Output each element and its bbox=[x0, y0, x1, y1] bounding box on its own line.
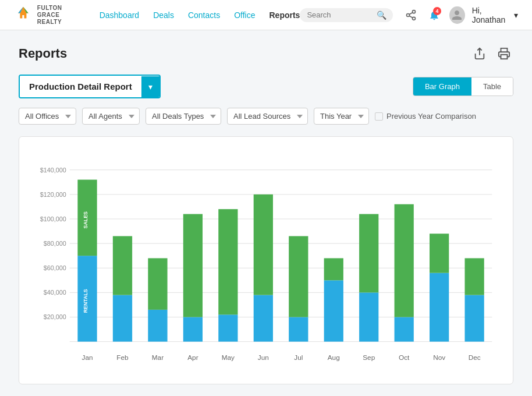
page-header: Reports bbox=[19, 44, 513, 63]
svg-text:Jan: Jan bbox=[82, 353, 93, 361]
share-icon-btn[interactable] bbox=[402, 6, 418, 24]
bar-graph-toggle-button[interactable]: Bar Graph bbox=[413, 77, 471, 96]
report-toolbar: Production Detail Report ▾ Bar Graph Tab… bbox=[19, 75, 513, 98]
svg-rect-40 bbox=[254, 195, 273, 295]
notification-badge: 4 bbox=[433, 7, 441, 15]
svg-text:Oct: Oct bbox=[399, 353, 410, 361]
svg-text:$20,000: $20,000 bbox=[44, 313, 66, 320]
svg-text:RENTALS: RENTALS bbox=[83, 289, 88, 313]
svg-text:Jun: Jun bbox=[258, 353, 269, 361]
nav-office[interactable]: Office bbox=[234, 10, 255, 20]
share-report-icon bbox=[473, 47, 486, 60]
svg-text:Apr: Apr bbox=[187, 353, 198, 361]
nav-contacts[interactable]: Contacts bbox=[188, 10, 220, 20]
report-select-arrow-icon: ▾ bbox=[141, 76, 159, 97]
svg-rect-4 bbox=[24, 13, 27, 18]
share-report-button[interactable] bbox=[470, 44, 489, 63]
nav-reports[interactable]: Reports bbox=[269, 10, 300, 20]
deal-types-filter[interactable]: All Deals Types bbox=[146, 108, 221, 125]
chevron-down-icon: ▾ bbox=[514, 10, 518, 20]
svg-text:Nov: Nov bbox=[433, 353, 445, 361]
user-icon bbox=[451, 9, 463, 21]
search-box[interactable]: 🔍 bbox=[300, 8, 393, 22]
user-greeting[interactable]: Hi, Jonathan ▾ bbox=[472, 6, 518, 24]
svg-rect-11 bbox=[501, 55, 508, 59]
nav-links: Dashboard Deals Contacts Office Reports bbox=[100, 10, 300, 20]
svg-text:Aug: Aug bbox=[328, 353, 340, 361]
lead-sources-filter[interactable]: All Lead Sources bbox=[227, 108, 308, 125]
navbar: FULTON GRACE REALTY Dashboard Deals Cont… bbox=[0, 0, 532, 30]
svg-line-9 bbox=[409, 12, 413, 14]
svg-rect-38 bbox=[218, 209, 237, 314]
svg-rect-32 bbox=[113, 236, 132, 295]
svg-rect-37 bbox=[218, 314, 237, 341]
svg-text:Mar: Mar bbox=[152, 353, 164, 361]
svg-text:Feb: Feb bbox=[116, 353, 129, 361]
filters-bar: All Offices All Agents All Deals Types A… bbox=[19, 108, 513, 125]
svg-text:$120,000: $120,000 bbox=[40, 191, 66, 198]
nav-dashboard[interactable]: Dashboard bbox=[100, 10, 140, 20]
svg-text:Dec: Dec bbox=[469, 353, 481, 361]
svg-rect-31 bbox=[113, 295, 132, 342]
svg-rect-43 bbox=[324, 280, 343, 341]
brand-name: FULTON GRACE REALTY bbox=[37, 5, 81, 26]
notification-bell-btn[interactable]: 4 bbox=[426, 6, 442, 24]
svg-rect-34 bbox=[148, 258, 167, 309]
search-icon: 🔍 bbox=[377, 10, 386, 20]
svg-point-6 bbox=[406, 13, 409, 16]
svg-rect-36 bbox=[183, 214, 203, 317]
svg-rect-47 bbox=[395, 317, 414, 342]
chart-area: $20,000$40,000$60,000$80,000$100,000$120… bbox=[29, 151, 503, 372]
svg-text:$80,000: $80,000 bbox=[44, 240, 66, 247]
svg-point-5 bbox=[412, 10, 415, 13]
svg-rect-46 bbox=[359, 214, 378, 293]
offices-filter[interactable]: All Offices bbox=[19, 108, 76, 125]
bar-chart: $20,000$40,000$60,000$80,000$100,000$120… bbox=[29, 151, 503, 372]
svg-point-7 bbox=[412, 17, 415, 20]
print-report-button[interactable] bbox=[495, 44, 513, 63]
svg-rect-49 bbox=[430, 273, 449, 342]
svg-rect-48 bbox=[395, 204, 414, 317]
navbar-icons: 4 Hi, Jonathan ▾ bbox=[402, 6, 518, 24]
report-select-dropdown[interactable]: Production Detail Report ▾ bbox=[19, 75, 161, 98]
avatar[interactable] bbox=[449, 6, 465, 24]
table-toggle-button[interactable]: Table bbox=[471, 77, 513, 96]
svg-text:$100,000: $100,000 bbox=[40, 215, 66, 222]
svg-text:Sep: Sep bbox=[363, 353, 375, 361]
svg-text:$60,000: $60,000 bbox=[44, 264, 66, 271]
search-input[interactable] bbox=[307, 10, 377, 19]
x-labels: JanFebMarAprMayJunJulAugSepOctNovDec bbox=[82, 353, 481, 361]
chart-container: $20,000$40,000$60,000$80,000$100,000$120… bbox=[19, 136, 513, 384]
brand-logo[interactable]: FULTON GRACE REALTY bbox=[14, 5, 81, 26]
share-icon bbox=[405, 9, 417, 21]
agents-filter[interactable]: All Agents bbox=[82, 108, 140, 125]
logo-icon bbox=[14, 5, 33, 26]
svg-rect-44 bbox=[324, 258, 343, 280]
svg-text:SALES: SALES bbox=[83, 211, 88, 229]
svg-rect-45 bbox=[359, 292, 378, 341]
svg-rect-50 bbox=[430, 234, 449, 273]
svg-rect-33 bbox=[148, 310, 167, 342]
svg-rect-35 bbox=[183, 317, 203, 342]
svg-rect-41 bbox=[289, 317, 308, 342]
view-toggle: Bar Graph Table bbox=[413, 77, 513, 96]
svg-rect-51 bbox=[464, 295, 484, 342]
nav-deals[interactable]: Deals bbox=[153, 10, 174, 20]
svg-rect-42 bbox=[289, 236, 308, 317]
report-select-label: Production Detail Report bbox=[20, 76, 141, 97]
svg-text:$140,000: $140,000 bbox=[40, 167, 66, 174]
svg-rect-39 bbox=[254, 295, 273, 342]
page-title: Reports bbox=[19, 46, 67, 61]
page-content: Reports Production Detail Report bbox=[0, 30, 532, 396]
svg-text:May: May bbox=[222, 353, 235, 361]
page-header-actions bbox=[470, 44, 513, 63]
time-period-filter[interactable]: This Year bbox=[314, 108, 369, 125]
print-icon bbox=[498, 47, 510, 60]
svg-rect-52 bbox=[464, 258, 484, 295]
svg-text:Jul: Jul bbox=[294, 353, 303, 361]
svg-text:$40,000: $40,000 bbox=[44, 289, 66, 296]
prev-year-comparison-label[interactable]: Previous Year Comparison bbox=[375, 112, 476, 121]
prev-year-checkbox[interactable] bbox=[375, 112, 383, 121]
prev-year-text: Previous Year Comparison bbox=[386, 112, 476, 121]
svg-rect-3 bbox=[20, 13, 23, 18]
